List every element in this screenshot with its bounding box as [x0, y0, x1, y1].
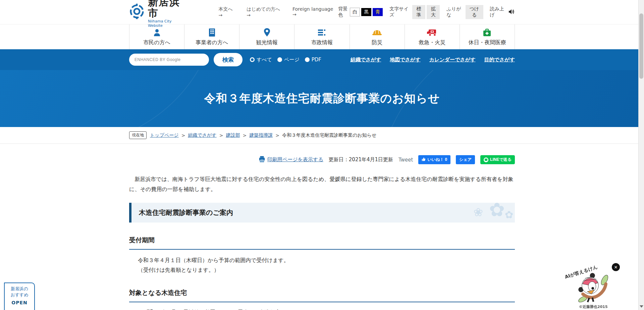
mascot-image — [572, 270, 616, 304]
nav-label: 観光情報 — [256, 39, 278, 46]
find-by-calendar[interactable]: カレンダーでさがす — [429, 57, 476, 63]
first-aid-icon — [483, 28, 491, 37]
nav-label: 救急・火災 — [419, 39, 445, 46]
nav-label: 事業者の方へ — [196, 39, 228, 46]
nav-label: 市民の方へ — [143, 39, 170, 46]
nav-disaster-prevention[interactable]: 防災 — [350, 24, 405, 49]
find-by-purpose[interactable]: 目的でさがす — [484, 57, 515, 63]
recommend-label: おすすめ — [5, 292, 34, 298]
search-band: 検索 すべて ページ PDF 組織でさがす 地図でさがす カレンダーでさがす 目… — [0, 49, 644, 70]
scroll-down-icon[interactable] — [640, 303, 643, 309]
reception-period-heading: 受付期間 — [129, 236, 515, 250]
find-by-organization[interactable]: 組織でさがす — [351, 57, 381, 63]
radio-all[interactable]: すべて — [250, 57, 272, 63]
nav-emergency-fire[interactable]: 救急・火災 — [405, 24, 460, 49]
facebook-like-button[interactable]: いいね！ 0 — [418, 155, 450, 164]
target-houses-heading: 対象となる木造住宅 — [129, 289, 515, 302]
bg-black-button[interactable]: 黒 — [361, 8, 371, 16]
ambulance-icon — [427, 28, 437, 37]
breadcrumb-organization[interactable]: 組織でさがす — [188, 132, 216, 138]
printer-icon — [259, 156, 265, 164]
updated-date: 更新日：2021年4月1日更新 — [329, 157, 393, 163]
mascot-copyright: ©近藤勝也2015 — [579, 304, 608, 309]
site-title: 新居浜市 — [148, 0, 186, 18]
section-title: 木造住宅耐震診断事業のご案内 — [139, 208, 233, 216]
header-links: 本文へ → はじめての方へ → Foreign language → — [218, 6, 335, 18]
breadcrumb-construction-dept[interactable]: 建設部 — [226, 132, 240, 138]
search-button[interactable]: 検索 — [214, 53, 243, 66]
building-icon — [208, 28, 216, 37]
breadcrumb-row: 現在地 トップページ > 組織でさがす > 建設部 > 建築指導課 > 令和３年… — [0, 127, 644, 144]
search-input[interactable] — [129, 54, 209, 66]
nav-label: 市政情報 — [311, 39, 333, 46]
nav-city-government[interactable]: 市政情報 — [294, 24, 349, 49]
radio-icon — [305, 57, 310, 62]
bg-color-label: 背景色 — [338, 6, 348, 18]
arrow-icon: → — [247, 12, 251, 18]
bg-white-button[interactable]: 白 — [350, 8, 360, 16]
radio-page[interactable]: ページ — [277, 57, 300, 63]
link-foreign-language[interactable]: Foreign language → — [292, 6, 335, 18]
link-first-time[interactable]: はじめての方へ → — [247, 6, 282, 18]
ai-mascot-widget: AIが答えるけん ✕ ©近藤勝也2015 — [566, 263, 623, 310]
breadcrumb-current-page: 令和３年度木造住宅耐震診断事業のお知らせ — [282, 132, 376, 138]
breadcrumb-separator: > — [275, 133, 279, 138]
font-large-button[interactable]: 拡大 — [427, 5, 440, 19]
scrollbar-thumb[interactable] — [639, 13, 643, 79]
font-size-label: 文字サイズ — [389, 6, 411, 18]
page-title: 令和３年度木造住宅耐震診断事業のお知らせ — [204, 91, 440, 106]
radio-icon — [277, 57, 282, 62]
print-page-link[interactable]: 印刷用ページを表示する — [267, 157, 323, 163]
flower-decoration-icon: ✿ — [489, 203, 505, 221]
line-icon — [484, 158, 488, 162]
map-pin-icon — [264, 28, 270, 37]
breadcrumb-separator: > — [243, 133, 247, 138]
site-header: 新居浜市 Niihama City Website 本文へ → はじめての方へ … — [0, 0, 644, 24]
intro-paragraph: 新居浜市では、南海トラフ等巨大地震に対する住宅の安全性の向上を図るため、愛媛県に… — [129, 174, 515, 194]
font-standard-button[interactable]: 標準 — [412, 5, 425, 19]
line-share-button[interactable]: LINEで送る — [480, 155, 515, 164]
recommend-widget[interactable]: 新居浜の おすすめ OPEN — [4, 283, 35, 310]
breadcrumb-building-guidance[interactable]: 建築指導課 — [249, 132, 273, 138]
breadcrumb-separator: > — [181, 133, 185, 138]
close-icon[interactable]: ✕ — [612, 263, 620, 271]
reception-period-text: 令和３年４月１日（木曜日）から予算の範囲内で受付けます。 （受付けは先着順となり… — [129, 256, 515, 275]
breadcrumb: トップページ > 組織でさがす > 建設部 > 建築指導課 > 令和３年度木造住… — [150, 132, 376, 138]
link-to-main-content[interactable]: 本文へ → — [218, 6, 236, 18]
nav-holiday-medical[interactable]: 休日・夜間医療 — [460, 24, 515, 49]
nav-business[interactable]: 事業者の方へ — [184, 24, 239, 49]
person-icon — [153, 28, 161, 37]
nav-tourism[interactable]: 観光情報 — [239, 24, 294, 49]
tweet-link[interactable]: Tweet — [398, 157, 413, 163]
furigana-label: ふりがな — [447, 6, 464, 18]
city-logo[interactable]: 新居浜市 Niihama City Website — [129, 0, 186, 28]
arrow-icon: → — [292, 12, 297, 17]
current-location-badge: 現在地 — [129, 131, 147, 139]
nav-label: 防災 — [372, 39, 382, 46]
find-by-links: 組織でさがす 地図でさがす カレンダーでさがす 目的でさがす — [351, 57, 515, 63]
nav-citizens[interactable]: 市民の方へ — [129, 24, 184, 49]
search-scope-radios: すべて ページ PDF — [250, 57, 321, 63]
breadcrumb-home[interactable]: トップページ — [150, 132, 179, 138]
radio-selected-icon — [250, 57, 255, 62]
flower-decoration-icon: ✿ — [505, 209, 513, 221]
thumbs-up-icon — [422, 157, 426, 162]
bg-blue-button[interactable]: 青 — [373, 8, 383, 16]
scrollbar — [638, 0, 644, 310]
facebook-share-button[interactable]: シェア — [456, 155, 475, 164]
furigana-on-button[interactable]: つける — [466, 5, 483, 19]
radio-pdf[interactable]: PDF — [305, 57, 321, 63]
article: 印刷用ページを表示する 更新日：2021年4月1日更新 Tweet いいね！ 0… — [129, 155, 515, 310]
recommend-open-button[interactable]: OPEN — [5, 300, 34, 305]
helmet-icon — [372, 28, 382, 37]
arrow-icon: → — [218, 12, 222, 18]
breadcrumb-separator: > — [219, 133, 223, 138]
nav-label: 休日・夜間医療 — [468, 39, 506, 46]
speaker-icon[interactable] — [508, 9, 515, 16]
read-aloud-label: 読み上げ — [490, 6, 507, 18]
flower-decoration-icon: ❀ — [474, 205, 483, 219]
find-by-map[interactable]: 地図でさがす — [390, 57, 420, 63]
page-banner: 令和３年度木造住宅耐震診断事業のお知らせ — [0, 70, 644, 127]
city-emblem-icon — [129, 4, 145, 20]
recommend-label: 新居浜の — [5, 286, 34, 292]
